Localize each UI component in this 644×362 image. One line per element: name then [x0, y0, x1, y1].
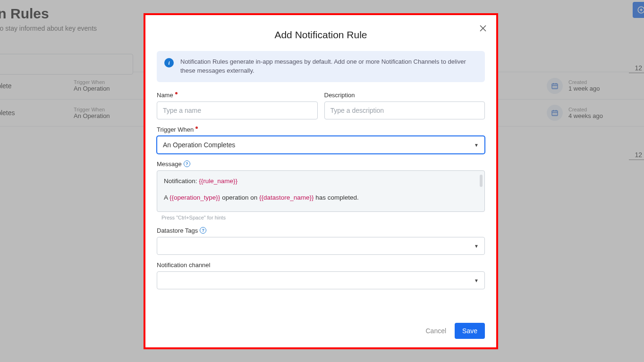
name-label: Name	[157, 92, 318, 99]
message-line-2: A {{operation_type}} operation on {{data…	[164, 193, 478, 203]
add-rule-modal: Add Notification Rule i Notification Rul…	[144, 13, 498, 349]
close-icon	[480, 25, 486, 32]
description-label: Description	[324, 92, 485, 99]
description-input[interactable]	[324, 101, 485, 119]
template-var-rule-name: {{rule_name}}	[199, 177, 237, 185]
help-icon[interactable]: ?	[184, 160, 190, 167]
datastore-tags-label: Datastore Tags ?	[157, 227, 485, 234]
save-button[interactable]: Save	[455, 323, 485, 339]
datastore-tags-select[interactable]: ▼	[157, 237, 485, 255]
close-button[interactable]	[478, 24, 488, 33]
template-var-datastore-name: {{datastore_name}}	[259, 194, 314, 201]
notification-channel-select[interactable]: ▼	[157, 271, 485, 289]
name-input[interactable]	[157, 101, 318, 119]
modal-title: Add Notification Rule	[157, 29, 485, 41]
message-line-1: Notification: {{rule_name}}	[164, 177, 478, 186]
info-text: Notification Rules generate in-app messa…	[180, 58, 477, 76]
notification-channel-label: Notification channel	[157, 261, 485, 269]
message-label: Message ?	[157, 160, 485, 168]
required-indicator	[195, 126, 198, 129]
trigger-selected-value: An Operation Completes	[163, 141, 235, 149]
caret-down-icon: ▼	[474, 142, 479, 147]
info-icon: i	[164, 58, 174, 67]
message-editor[interactable]: Notification: {{rule_name}} A {{operatio…	[157, 170, 485, 212]
scrollbar-thumb[interactable]	[480, 175, 483, 187]
info-banner: i Notification Rules generate in-app mes…	[157, 51, 485, 82]
trigger-select[interactable]: An Operation Completes ▼	[157, 136, 485, 154]
help-icon[interactable]: ?	[200, 227, 206, 234]
template-var-operation-type: {{operation_type}}	[169, 194, 220, 201]
trigger-label: Trigger When	[157, 126, 485, 133]
caret-down-icon: ▼	[474, 243, 479, 248]
caret-down-icon: ▼	[474, 278, 479, 283]
cancel-button[interactable]: Cancel	[425, 327, 446, 335]
required-indicator	[175, 92, 178, 94]
message-hint: Press "Ctrl+Space" for hints	[161, 215, 485, 220]
